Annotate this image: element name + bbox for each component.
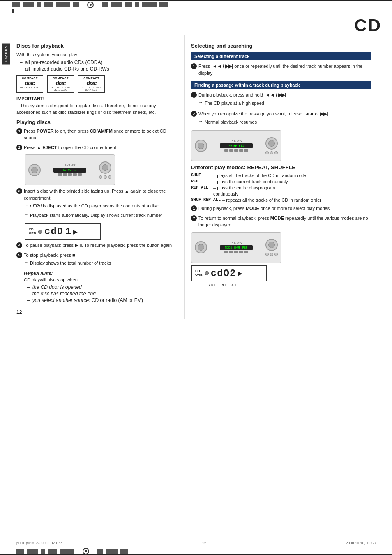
small-knob [99,175,102,179]
hint-source-text: you select another source: CD or radio (… [32,297,143,303]
deco-block [56,2,70,7]
passage-step-num-2: 2 [191,111,197,117]
unit-btn-4 [73,173,77,176]
hint-door: – the CD door is opened [27,284,176,290]
mode-desc-shuf: – plays all the tracks of the CD in rand… [213,173,308,178]
unit-center-display-2: PHILIPS ◄◄ ▶▶ ▶II [207,140,265,152]
mode-code-shuf: SHUF [191,173,212,178]
mode-rep-all-cont: continuously [213,191,371,196]
hint-door-text: the CD door is opened [32,284,82,290]
stereo-unit-image-2: PHILIPS ◄◄ ▶▶ ▶II [191,130,371,161]
speaker-right-2 [265,137,278,150]
passage-arrow-2-text: Normal playback resumes [205,119,257,126]
mode-desc-rep-all: – plays the entire disc/program [213,185,275,190]
cd-display-2: CD ORB cdO2 ▶ [191,265,267,281]
mode-shuf-rep-all: SHUF REP ALL – repeats all the tracks of… [191,198,371,203]
speaker-left-3 [195,241,207,253]
bottom-decorative-strip [0,548,392,555]
step-5-text: To stop playback, press ■ [24,252,111,259]
selecting-title: Selecting and searching [191,43,371,49]
cd-display-2-label: CD ORB [195,269,203,277]
unit-btn-6 [224,149,228,152]
step-num-5: 5 [16,252,22,258]
helpful-hints-title: Helpful hints: [24,271,176,276]
bullet-cdr-text: all finalized audio CD-Rs and CD-RWs [25,66,109,72]
playing-step-3: 3 Insert a disc with the printed side fa… [16,188,176,221]
unit-left-speaker-3 [195,241,207,253]
step-2-text: Press ▲ EJECT to open the CD compartment [24,144,116,151]
passage-step-1-text: During playback, press and hold |◄◄ / ▶▶… [198,92,286,99]
top-decorative-strip [0,0,392,8]
deco-block [102,2,108,7]
cd-display-2-play: ▶ [238,270,242,276]
deco-crosshair [79,1,102,9]
cd-sub-labels: SHUF REP ALL [208,283,371,287]
unit-center-display: PHILIPS CD 01 ◄► [41,164,99,176]
unit-lcd-display-2: ◄◄ ▶▶ ▶II [220,143,253,148]
step-num-1: 1 [16,128,22,134]
mode-code-rep: REP [191,179,212,184]
unit-control-buttons-3 [224,251,248,253]
deco-block [159,2,168,7]
footer: p001-p018_AJ6110_37-Eng 12 2008.10.16, 1… [0,539,392,547]
deco-block [12,2,20,7]
important-title: IMPORTANT! [16,96,176,101]
small-knob-8 [270,253,273,256]
unit-mockup-2: PHILIPS ◄◄ ▶▶ ▶II [191,130,281,161]
small-knob-4 [265,151,269,154]
cd-section-header: CD [0,16,392,35]
select-step-1-text: Press |◄◄ / ▶▶| once or repeatedly until… [198,63,371,76]
english-tab: English [2,44,10,65]
step-4-text: To pause playback press ▶ II. To resume … [24,242,172,249]
stereo-unit-image-1: PHILIPS CD 01 ◄► [25,154,176,185]
passage-step-2-text: When you recognize the passage you want,… [198,111,328,117]
step-3-arrow-1: → r·ERd is displayed as the CD player sc… [24,203,176,211]
sub-label-all: ALL [231,283,237,287]
selecting-section: Selecting and searching Selecting a diff… [191,43,371,161]
mode-rep-all: REP ALL – plays the entire disc/program [191,185,371,190]
disc-logos-row: COMPACT disc DIGITAL AUDIO COMPACT disc … [16,75,176,93]
select-step-1: 1 Press |◄◄ / ▶▶| once or repeatedly unt… [191,63,371,78]
play-modes-title: Different play modes: REPEAT, SHUFFLE [191,164,371,170]
deco-block [111,2,122,7]
step-3-text: Insert a disc with the printed side faci… [24,188,176,201]
unit-lcd-display: CD 01 ◄► [53,168,86,173]
cd-display-container-1: CD ORB cdD 1 ▶ [25,223,176,240]
discs-section: Discs for playback With this system, you… [16,43,176,116]
bullet-cdda: – all pre-recorded audio CDs (CDDA) [20,60,176,65]
mode-step-1-text: During playback, press MODE once or more… [198,205,330,212]
mode-shuf: SHUF – plays all the tracks of the CD in… [191,173,371,178]
cd-title: CD [354,16,382,35]
unit-btn-13 [234,251,238,253]
mode-step-2: 2 To return to normal playback, press MO… [191,215,371,230]
unit-left-speaker-2 [195,140,207,152]
small-knob-2 [104,175,107,179]
important-box: IMPORTANT! – This system is designed for… [16,96,176,116]
step-num-2: 2 [16,145,22,150]
step-3-arrow-1-text: r·ERd is displayed as the CD player scan… [30,203,158,210]
unit-btn-1 [58,173,62,176]
playing-step-4: 4 To pause playback press ▶ II. To resum… [16,242,176,250]
cd-display-2-dot [205,271,209,275]
unit-control-buttons-2 [224,149,248,152]
small-knob-3 [108,175,111,179]
deco-block [73,2,79,7]
discs-intro: With this system, you can play [16,51,176,58]
unit-right-speaker [99,161,111,179]
deco-block [37,2,41,7]
language-tab-container: English [0,35,12,319]
sub-header-strip [0,8,392,14]
playing-step-2: 2 Press ▲ EJECT to open the CD compartme… [16,144,176,152]
unit-btn-8 [234,149,238,152]
small-knob-9 [274,253,278,256]
footer-left: p001-p018_AJ6110_37-Eng [16,541,63,545]
speaker-right [99,161,111,174]
passage-arrow-1-text: The CD plays at a high speed [205,100,264,107]
mode-step-num-2: 2 [191,215,197,221]
speaker-left-2 [195,140,207,152]
cd-display-1: CD ORB cdD 1 ▶ [25,223,101,240]
mode-step-2-text: To return to normal playback, press MODE… [198,215,371,228]
main-content: English Discs for playback With this sys… [0,35,392,319]
unit-btn-15 [244,251,248,253]
unit-btn-14 [239,251,243,253]
